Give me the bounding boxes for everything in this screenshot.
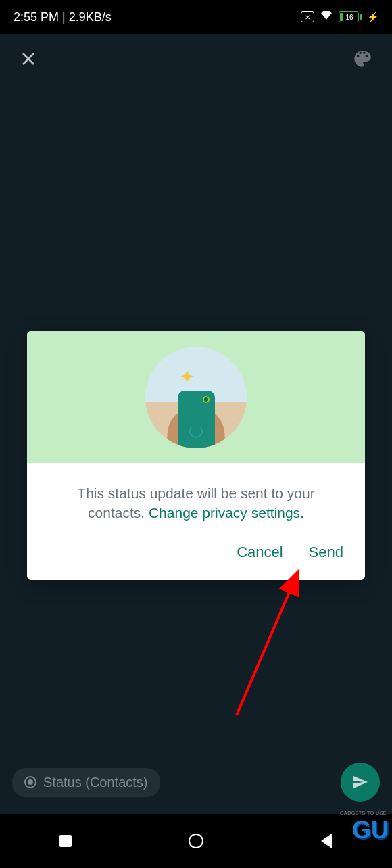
top-bar <box>0 34 392 88</box>
palette-button[interactable] <box>353 49 372 73</box>
dialog-illustration-area: ✦ <box>27 331 365 463</box>
bottom-controls: Status (Contacts) <box>0 763 392 802</box>
send-button[interactable]: Send <box>309 544 343 561</box>
back-button[interactable] <box>313 834 340 848</box>
status-bar: 2:55 PM | 2.9KB/s ✕ 16 ⚡ <box>0 0 392 34</box>
wifi-icon <box>320 10 333 24</box>
home-button[interactable] <box>182 834 210 848</box>
time-label: 2:55 PM <box>14 10 59 24</box>
privacy-settings-link[interactable]: Change privacy settings. <box>149 505 304 521</box>
network-speed: 2.9KB/s <box>69 10 112 24</box>
sparkle-icon: ✦ <box>179 366 195 388</box>
app-area: ✦ This status update will be sent to you… <box>0 34 392 814</box>
send-status-dialog: ✦ This status update will be sent to you… <box>27 331 365 580</box>
cancel-button[interactable]: Cancel <box>237 544 283 561</box>
watermark-subtitle: GADGETS TO USE <box>340 811 387 815</box>
status-bar-right: ✕ 16 ⚡ <box>301 10 378 24</box>
status-illustration: ✦ <box>145 347 247 448</box>
battery-indicator: 16 <box>339 11 362 22</box>
annotation-arrow <box>223 566 318 729</box>
status-chip-label: Status (Contacts) <box>43 775 148 790</box>
battery-percent: 16 <box>340 14 359 21</box>
watermark-logo: GU <box>352 816 389 844</box>
dialog-message: This status update will be sent to your … <box>27 463 365 535</box>
sim-icon: ✕ <box>301 11 314 22</box>
status-audience-chip[interactable]: Status (Contacts) <box>12 768 160 797</box>
recents-button[interactable] <box>52 835 79 847</box>
status-icon <box>24 776 36 788</box>
send-fab-button[interactable] <box>341 763 380 802</box>
dialog-actions: Cancel Send <box>27 535 365 580</box>
svg-line-1 <box>237 573 297 715</box>
navigation-bar <box>0 814 392 868</box>
close-button[interactable] <box>20 50 36 72</box>
status-bar-left: 2:55 PM | 2.9KB/s <box>14 10 112 24</box>
charging-icon: ⚡ <box>367 11 378 22</box>
